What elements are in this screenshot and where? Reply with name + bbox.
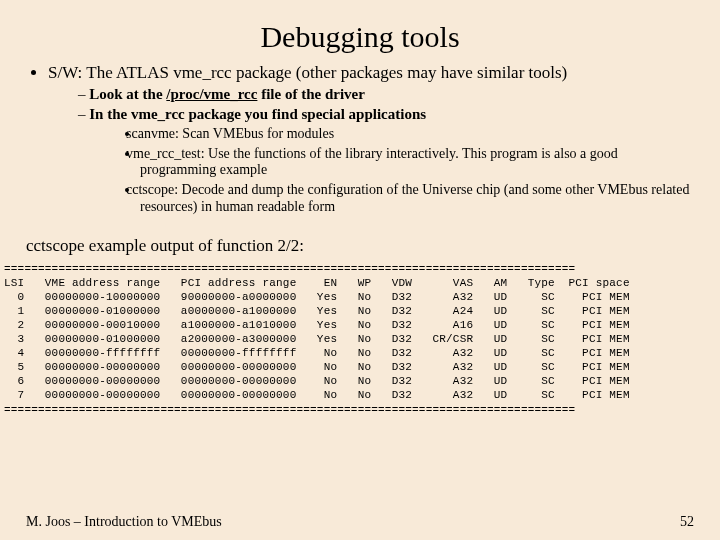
sub2c: cctscope: Decode and dump the configurat… [140, 182, 694, 216]
page-number: 52 [680, 514, 694, 530]
sub-1b-text: In the vme_rcc package you find special … [89, 106, 426, 122]
sub-1a: Look at the /proc/vme_rcc file of the dr… [78, 85, 694, 104]
footer-text: M. Joos – Introduction to VMEbus [26, 514, 222, 530]
bullet-1-text: S/W: The ATLAS vme_rcc package (other pa… [48, 63, 567, 82]
bullet-list: S/W: The ATLAS vme_rcc package (other pa… [26, 62, 694, 216]
sub2a: scanvme: Scan VMEbus for modules [140, 126, 694, 143]
sub-1a-post: file of the driver [257, 86, 364, 102]
page-title: Debugging tools [26, 20, 694, 54]
sub-1a-underline: /proc/vme_rcc [166, 86, 257, 102]
sub-1b: In the vme_rcc package you find special … [78, 105, 694, 216]
cctscope-caption: cctscope example output of function 2/2: [26, 236, 694, 256]
cctscope-output: ========================================… [0, 262, 720, 417]
bullet-1: S/W: The ATLAS vme_rcc package (other pa… [48, 62, 694, 216]
sub-list-1: Look at the /proc/vme_rcc file of the dr… [48, 85, 694, 215]
sub-sub-list: scanvme: Scan VMEbus for modules vme_rcc… [92, 126, 694, 216]
sub-1a-pre: Look at the [89, 86, 166, 102]
sub2b: vme_rcc_test: Use the functions of the l… [140, 146, 694, 180]
